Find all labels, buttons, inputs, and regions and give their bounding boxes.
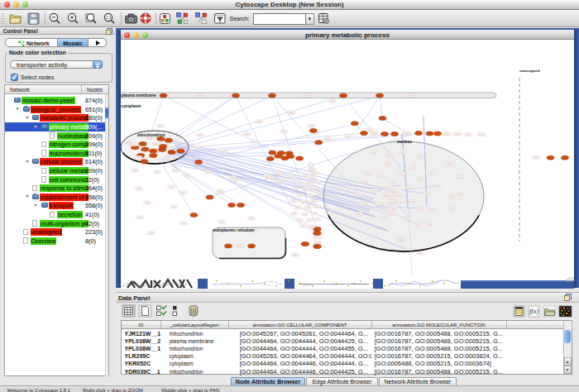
svg-text:mitochondrion: mitochondrion <box>137 133 165 137</box>
svg-text:cytoplasm: cytoplasm <box>122 104 141 108</box>
svg-text:plasma membrane: plasma membrane <box>122 93 156 98</box>
svg-text:unassigned: unassigned <box>519 69 540 73</box>
svg-text:endoplasmic reticulum: endoplasmic reticulum <box>213 228 254 232</box>
svg-text:nucleus: nucleus <box>397 140 412 144</box>
svg-text:1:1: 1:1 <box>106 15 112 20</box>
svg-text:f(x): f(x) <box>529 308 538 315</box>
